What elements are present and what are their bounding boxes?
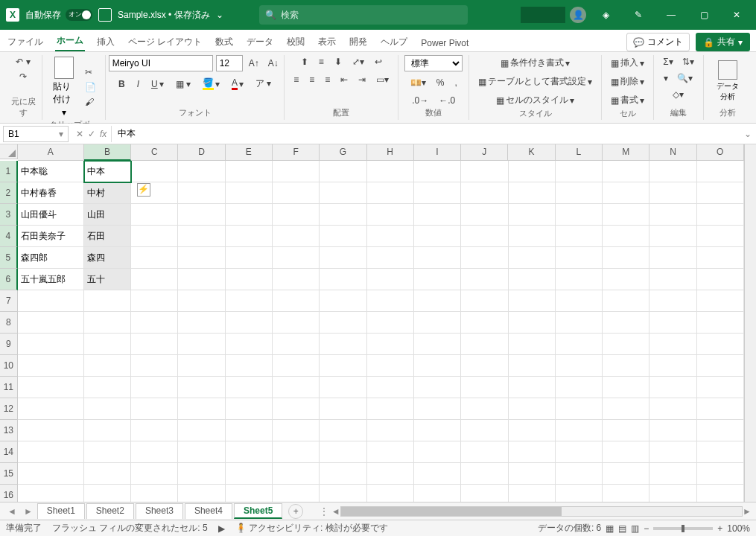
sheet-tab-Sheet4[interactable]: Sheet4 [185, 503, 232, 519]
cell-A15[interactable] [18, 463, 84, 485]
cell-L3[interactable] [556, 204, 603, 226]
cell-N2[interactable] [649, 182, 696, 204]
cell-J6[interactable] [461, 269, 508, 290]
tab-developer[interactable]: 開発 [348, 33, 369, 51]
cell-C11[interactable] [131, 377, 178, 398]
cell-O3[interactable] [697, 204, 744, 226]
cell-J13[interactable] [461, 420, 508, 441]
cell-O11[interactable] [697, 377, 744, 398]
cell-H15[interactable] [367, 463, 414, 485]
comments-button[interactable]: 💬 コメント [626, 33, 690, 51]
cell-I6[interactable] [414, 269, 461, 290]
cell-M12[interactable] [603, 398, 649, 420]
cell-C16[interactable] [131, 485, 178, 502]
cell-D13[interactable] [178, 420, 225, 441]
cell-N1[interactable] [649, 161, 696, 182]
cell-B3[interactable]: 山田 [84, 204, 131, 226]
column-header-B[interactable]: B [84, 144, 131, 161]
sheet-nav-prev[interactable]: ◄ [4, 506, 19, 517]
cell-K1[interactable] [509, 161, 556, 182]
format-painter-button[interactable]: 🖌 [82, 95, 99, 109]
cell-B7[interactable] [84, 290, 131, 312]
sheet-nav-next[interactable]: ► [21, 506, 36, 517]
cell-M5[interactable] [603, 247, 649, 269]
cell-H7[interactable] [367, 290, 414, 312]
cell-B15[interactable] [84, 463, 131, 485]
increase-decimal-button[interactable]: .0→ [409, 94, 431, 107]
cell-C14[interactable] [131, 441, 178, 463]
cell-J14[interactable] [461, 441, 508, 463]
cell-I14[interactable] [414, 441, 461, 463]
user-account[interactable]: 👤 [521, 7, 586, 23]
cell-B14[interactable] [84, 441, 131, 463]
cell-H9[interactable] [367, 334, 414, 355]
cell-D12[interactable] [178, 398, 225, 420]
cell-L11[interactable] [556, 377, 603, 398]
fill-color-button[interactable]: 🪣▾ [200, 76, 223, 92]
cell-C6[interactable] [131, 269, 178, 290]
cell-H5[interactable] [367, 247, 414, 269]
cell-N16[interactable] [649, 485, 696, 502]
cell-H2[interactable] [367, 182, 414, 204]
cell-G15[interactable] [320, 463, 366, 485]
cell-L12[interactable] [556, 398, 603, 420]
diamond-icon[interactable]: ◈ [592, 1, 619, 28]
row-header-1[interactable]: 1 [0, 161, 18, 182]
cell-L6[interactable] [556, 269, 603, 290]
cell-J7[interactable] [461, 290, 508, 312]
cell-F4[interactable] [273, 226, 320, 247]
select-all-corner[interactable] [0, 144, 18, 159]
cell-O15[interactable] [697, 463, 744, 485]
column-header-N[interactable]: N [649, 144, 696, 161]
cell-M2[interactable] [603, 182, 649, 204]
cell-J15[interactable] [461, 463, 508, 485]
cell-J9[interactable] [461, 334, 508, 355]
expand-formula-icon[interactable]: ⌄ [740, 129, 756, 139]
cell-A2[interactable]: 中村春香 [18, 182, 84, 204]
cell-M10[interactable] [603, 355, 649, 377]
cell-L9[interactable] [556, 334, 603, 355]
cell-O16[interactable] [697, 485, 744, 502]
cell-K16[interactable] [509, 485, 556, 502]
align-bottom-button[interactable]: ⬇ [331, 55, 345, 68]
copy-button[interactable]: 📄 [82, 80, 99, 94]
row-header-4[interactable]: 4 [0, 226, 18, 247]
cell-F3[interactable] [273, 204, 320, 226]
autosum-button[interactable]: Σ▾ [660, 55, 676, 68]
cell-K9[interactable] [509, 334, 556, 355]
cell-K7[interactable] [509, 290, 556, 312]
zoom-level[interactable]: 100% [727, 523, 750, 534]
cell-E4[interactable] [226, 226, 273, 247]
view-pagelayout-icon[interactable]: ▤ [618, 523, 626, 534]
cell-O5[interactable] [697, 247, 744, 269]
cell-A9[interactable] [18, 334, 84, 355]
cell-C3[interactable] [131, 204, 178, 226]
cell-O14[interactable] [697, 441, 744, 463]
sheet-tab-Sheet5[interactable]: Sheet5 [234, 503, 282, 519]
view-pagebreak-icon[interactable]: ▥ [631, 523, 639, 534]
cell-N5[interactable] [649, 247, 696, 269]
number-format-select[interactable]: 標準 [404, 55, 463, 71]
cell-E16[interactable] [226, 485, 273, 502]
cell-N15[interactable] [649, 463, 696, 485]
cell-L4[interactable] [556, 226, 603, 247]
font-color-button[interactable]: A▾ [229, 76, 247, 92]
row-header-7[interactable]: 7 [0, 290, 18, 312]
cell-B16[interactable] [84, 485, 131, 502]
column-header-J[interactable]: J [461, 144, 508, 161]
vertical-scrollbar[interactable] [744, 144, 756, 502]
cell-E3[interactable] [226, 204, 273, 226]
find-button[interactable]: 🔍▾ [674, 71, 696, 85]
row-header-6[interactable]: 6 [0, 269, 18, 290]
filename-dropdown-icon[interactable]: ⌄ [216, 10, 223, 20]
cell-K13[interactable] [509, 420, 556, 441]
paste-button[interactable]: 貼り付け▾ [48, 55, 79, 119]
cell-G1[interactable] [320, 161, 366, 182]
cell-J16[interactable] [461, 485, 508, 502]
cell-A5[interactable]: 森四郎 [18, 247, 84, 269]
data-analysis-button[interactable]: データ分析 [710, 59, 746, 103]
cell-F7[interactable] [273, 290, 320, 312]
cell-I11[interactable] [414, 377, 461, 398]
cell-E13[interactable] [226, 420, 273, 441]
cell-F11[interactable] [273, 377, 320, 398]
